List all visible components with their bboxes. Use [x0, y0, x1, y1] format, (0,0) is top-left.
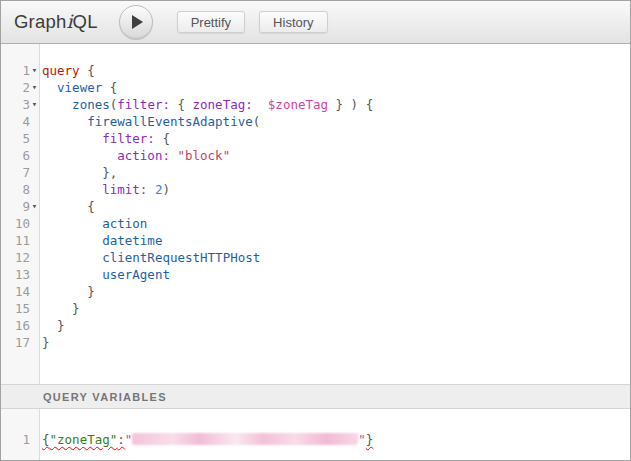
fold-spacer: [30, 334, 39, 351]
code-line[interactable]: datetime: [42, 232, 630, 249]
line-number: 4: [1, 113, 30, 130]
fold-spacer: [30, 215, 39, 232]
variables-editor[interactable]: 1 {"zoneTag":""}: [1, 409, 630, 460]
fold-spacer: [30, 317, 39, 334]
code-line[interactable]: filter: {: [42, 130, 630, 147]
execute-button[interactable]: [119, 5, 153, 39]
line-number: 6: [1, 147, 30, 164]
code-line[interactable]: },: [42, 164, 630, 181]
variables-line-number-gutter: 1: [1, 409, 40, 460]
gutter-line: 1: [1, 431, 39, 448]
line-number: 7: [1, 164, 30, 181]
line-number-gutter: 1▾2▾3▾456789▾1011121314151617: [1, 44, 40, 384]
fold-spacer: [30, 164, 39, 181]
gutter-line: 7: [1, 164, 39, 181]
fold-spacer: [30, 266, 39, 283]
fold-marker-icon[interactable]: ▾: [30, 62, 39, 79]
play-icon: [132, 15, 143, 29]
fold-spacer: [30, 249, 39, 266]
gutter-line: 1▾: [1, 62, 39, 79]
line-number: 12: [1, 249, 30, 266]
code-line[interactable]: }: [42, 283, 630, 300]
gutter-line: 13: [1, 266, 39, 283]
line-number: 15: [1, 300, 30, 317]
fold-spacer: [30, 431, 39, 448]
code-line[interactable]: viewer {: [42, 79, 630, 96]
code-line[interactable]: action: [42, 215, 630, 232]
gutter-line: 17: [1, 334, 39, 351]
code-line[interactable]: }: [42, 300, 630, 317]
gutter-line: 4: [1, 113, 39, 130]
code-line[interactable]: }: [42, 334, 630, 351]
code-line[interactable]: {"zoneTag":""}: [42, 431, 630, 448]
line-number: 16: [1, 317, 30, 334]
fold-marker-icon[interactable]: ▾: [30, 198, 39, 215]
gutter-line: 11: [1, 232, 39, 249]
query-variables-title: QUERY VARIABLES: [43, 391, 167, 403]
prettify-button[interactable]: Prettify: [177, 11, 245, 33]
gutter-line: 3▾: [1, 96, 39, 113]
fold-spacer: [30, 181, 39, 198]
gutter-line: 12: [1, 249, 39, 266]
line-number: 11: [1, 232, 30, 249]
query-variables-resize-bar[interactable]: QUERY VARIABLES: [1, 384, 630, 409]
fold-spacer: [30, 147, 39, 164]
fold-spacer: [30, 283, 39, 300]
code-line[interactable]: zones(filter: { zoneTag: $zoneTag } ) {: [42, 96, 630, 113]
code-line[interactable]: }: [42, 317, 630, 334]
redacted-value: [132, 433, 358, 445]
gutter-line: 16: [1, 317, 39, 334]
gutter-line: 5: [1, 130, 39, 147]
fold-marker-icon[interactable]: ▾: [30, 79, 39, 96]
line-number: 2: [1, 79, 30, 96]
code-line[interactable]: firewallEventsAdaptive(: [42, 113, 630, 130]
line-number: 1: [1, 431, 30, 448]
fold-spacer: [30, 113, 39, 130]
gutter-line: 14: [1, 283, 39, 300]
gutter-line: 2▾: [1, 79, 39, 96]
history-button[interactable]: History: [259, 11, 327, 33]
fold-marker-icon[interactable]: ▾: [30, 96, 39, 113]
code-line[interactable]: action: "block": [42, 147, 630, 164]
line-number: 9: [1, 198, 30, 215]
fold-spacer: [30, 130, 39, 147]
graphiql-logo: GraphiQL: [14, 11, 98, 33]
gutter-line: 15: [1, 300, 39, 317]
fold-spacer: [30, 232, 39, 249]
code-line[interactable]: limit: 2): [42, 181, 630, 198]
graphiql-window: GraphiQL Prettify History 1▾2▾3▾456789▾1…: [0, 0, 631, 461]
line-number: 3: [1, 96, 30, 113]
line-number: 10: [1, 215, 30, 232]
line-number: 13: [1, 266, 30, 283]
gutter-line: 8: [1, 181, 39, 198]
code-line[interactable]: clientRequestHTTPHost: [42, 249, 630, 266]
code-line[interactable]: {: [42, 198, 630, 215]
query-code-area[interactable]: query { viewer { zones(filter: { zoneTag…: [40, 44, 630, 384]
line-number: 14: [1, 283, 30, 300]
toolbar: GraphiQL Prettify History: [1, 1, 630, 44]
line-number: 17: [1, 334, 30, 351]
variables-code-area[interactable]: {"zoneTag":""}: [40, 409, 630, 460]
gutter-line: 9▾: [1, 198, 39, 215]
line-number: 8: [1, 181, 30, 198]
query-editor[interactable]: 1▾2▾3▾456789▾1011121314151617 query { vi…: [1, 44, 630, 384]
fold-spacer: [30, 300, 39, 317]
line-number: 1: [1, 62, 30, 79]
gutter-line: 6: [1, 147, 39, 164]
line-number: 5: [1, 130, 30, 147]
gutter-line: 10: [1, 215, 39, 232]
code-line[interactable]: userAgent: [42, 266, 630, 283]
code-line[interactable]: query {: [42, 62, 630, 79]
